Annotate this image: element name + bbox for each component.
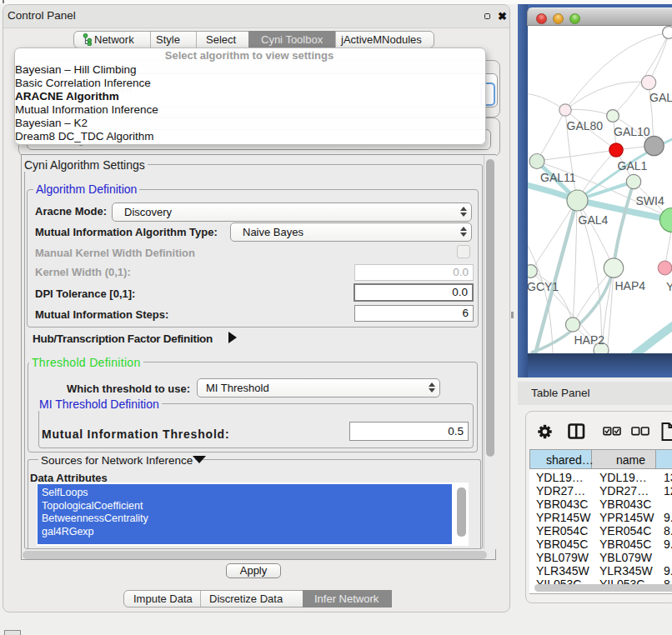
svg-text:GAL2: GAL2 [649,91,672,104]
svg-text:GAL1: GAL1 [618,159,648,172]
svg-text:YB: YB [666,280,672,293]
svg-text:GAL11: GAL11 [540,171,576,184]
svg-text:GAL10: GAL10 [614,125,650,138]
svg-text:GAL4: GAL4 [579,213,609,227]
svg-text:GCY1: GCY1 [528,280,559,293]
svg-text:HAP2: HAP2 [574,333,605,347]
svg-text:SWI4: SWI4 [636,194,664,208]
svg-text:GAL80: GAL80 [567,119,604,132]
svg-text:HAP4: HAP4 [615,279,646,292]
